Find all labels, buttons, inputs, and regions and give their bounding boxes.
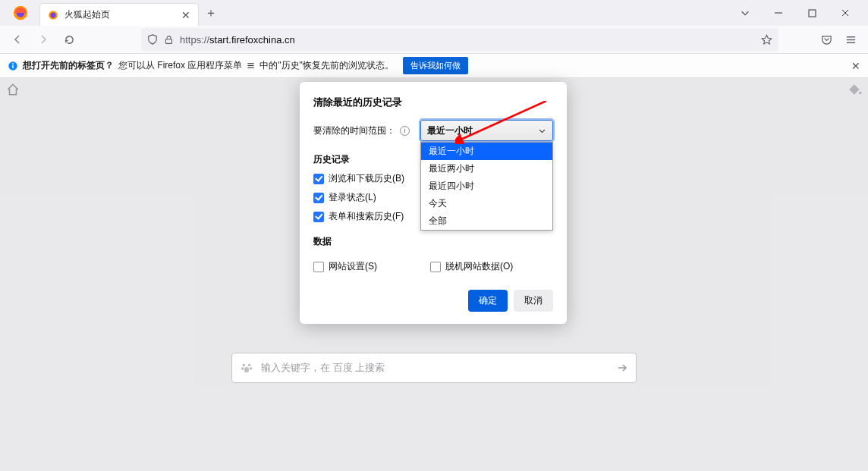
checkbox-icon[interactable] bbox=[313, 262, 324, 272]
checkbox-icon[interactable] bbox=[430, 262, 441, 272]
time-range-dropdown: 最近一小时 最近两小时 最近四小时 今天 全部 bbox=[420, 142, 553, 231]
new-tab-button[interactable]: ＋ bbox=[200, 2, 222, 24]
info-icon bbox=[8, 61, 18, 71]
shield-icon[interactable] bbox=[147, 34, 158, 45]
dropdown-option[interactable]: 今天 bbox=[421, 195, 552, 212]
window-close-button[interactable] bbox=[829, 2, 862, 24]
checkbox-label: 表单和搜索历史(F) bbox=[329, 210, 404, 223]
tab-favicon-icon bbox=[48, 10, 58, 20]
checkbox-label: 网站设置(S) bbox=[329, 260, 377, 273]
window-maximize-button[interactable] bbox=[795, 2, 829, 24]
time-range-select[interactable]: 最近一小时 bbox=[420, 120, 553, 141]
url-text: https://start.firefoxchina.cn bbox=[180, 34, 295, 46]
checkbox-label: 登录状态(L) bbox=[329, 191, 376, 204]
window-controls bbox=[728, 2, 862, 24]
svg-rect-11 bbox=[12, 64, 13, 68]
baidu-paw-icon bbox=[240, 361, 253, 375]
infobar-text-2: 中的"历史"恢复先前的浏览状态。 bbox=[259, 59, 394, 72]
tab-title: 火狐起始页 bbox=[64, 8, 181, 21]
bookmark-star-icon[interactable] bbox=[761, 34, 772, 46]
browser-tab[interactable]: 火狐起始页 ✕ bbox=[39, 3, 199, 26]
ok-button[interactable]: 确定 bbox=[468, 290, 508, 312]
toolbar: https://start.firefoxchina.cn bbox=[0, 26, 868, 54]
forward-button[interactable] bbox=[32, 28, 55, 51]
page-content: 输入关键字，在 百度 上搜索 清除最近的历史记录 要清除的时间范围： i 最近一… bbox=[0, 78, 868, 471]
infobar-strong-text: 想打开先前的标签页？ bbox=[23, 59, 114, 72]
svg-rect-5 bbox=[809, 10, 816, 17]
tab-close-icon[interactable]: ✕ bbox=[181, 9, 190, 21]
svg-point-3 bbox=[51, 12, 56, 17]
svg-point-21 bbox=[244, 367, 249, 372]
svg-point-17 bbox=[243, 364, 246, 367]
infobar-text-1: 您可以从 Firefox 应用程序菜单 bbox=[118, 59, 242, 72]
chevron-down-icon[interactable] bbox=[728, 2, 762, 24]
back-button[interactable] bbox=[6, 28, 29, 51]
checkbox-row-offline-data[interactable]: 脱机网站数据(O) bbox=[430, 260, 513, 273]
checkbox-label: 浏览和下载历史(B) bbox=[329, 172, 404, 185]
dropdown-option[interactable]: 最近两小时 bbox=[421, 160, 552, 177]
reload-button[interactable] bbox=[58, 28, 80, 51]
dropdown-option[interactable]: 全部 bbox=[421, 212, 552, 230]
infobar-action-button[interactable]: 告诉我如何做 bbox=[403, 57, 468, 74]
time-range-label: 要清除的时间范围： bbox=[313, 124, 395, 137]
select-value: 最近一小时 bbox=[427, 124, 473, 137]
pocket-icon[interactable] bbox=[815, 28, 838, 51]
window-minimize-button[interactable] bbox=[762, 2, 795, 24]
checkbox-icon[interactable] bbox=[313, 193, 324, 203]
arrow-right-icon[interactable] bbox=[616, 362, 628, 374]
infobar-close-icon[interactable]: ✕ bbox=[851, 60, 860, 72]
chevron-down-icon bbox=[538, 127, 546, 135]
time-range-row: 要清除的时间范围： i 最近一小时 最近一小时 最近两小时 最近四小时 今天 全… bbox=[313, 120, 553, 141]
checkbox-icon[interactable] bbox=[313, 174, 324, 184]
svg-rect-6 bbox=[165, 39, 171, 43]
firefox-logo-icon bbox=[12, 5, 29, 21]
data-section-header: 数据 bbox=[313, 235, 553, 248]
svg-point-19 bbox=[241, 367, 244, 370]
help-icon[interactable]: i bbox=[400, 126, 410, 136]
dialog-buttons: 确定 取消 bbox=[313, 290, 553, 312]
dialog-title: 清除最近的历史记录 bbox=[313, 96, 553, 109]
page-search-box[interactable]: 输入关键字，在 百度 上搜索 bbox=[231, 353, 637, 383]
checkbox-icon[interactable] bbox=[313, 212, 324, 222]
svg-point-18 bbox=[248, 364, 251, 367]
search-placeholder: 输入关键字，在 百度 上搜索 bbox=[261, 361, 609, 375]
svg-point-20 bbox=[250, 367, 253, 370]
svg-point-12 bbox=[12, 63, 14, 64]
menu-icon[interactable] bbox=[839, 28, 862, 51]
hamburger-icon bbox=[247, 61, 255, 70]
dropdown-option[interactable]: 最近四小时 bbox=[421, 177, 552, 195]
url-bar[interactable]: https://start.firefoxchina.cn bbox=[141, 28, 778, 51]
lock-icon[interactable] bbox=[164, 35, 174, 45]
checkbox-label: 脱机网站数据(O) bbox=[445, 260, 513, 273]
cancel-button[interactable]: 取消 bbox=[514, 290, 553, 312]
infobar: 想打开先前的标签页？ 您可以从 Firefox 应用程序菜单 中的"历史"恢复先… bbox=[0, 54, 868, 78]
dropdown-option[interactable]: 最近一小时 bbox=[421, 143, 552, 160]
tab-strip: 火狐起始页 ✕ ＋ bbox=[0, 0, 868, 26]
clear-history-dialog: 清除最近的历史记录 要清除的时间范围： i 最近一小时 最近一小时 最近两小时 … bbox=[300, 82, 567, 324]
checkbox-row-site-settings[interactable]: 网站设置(S) bbox=[313, 260, 377, 273]
